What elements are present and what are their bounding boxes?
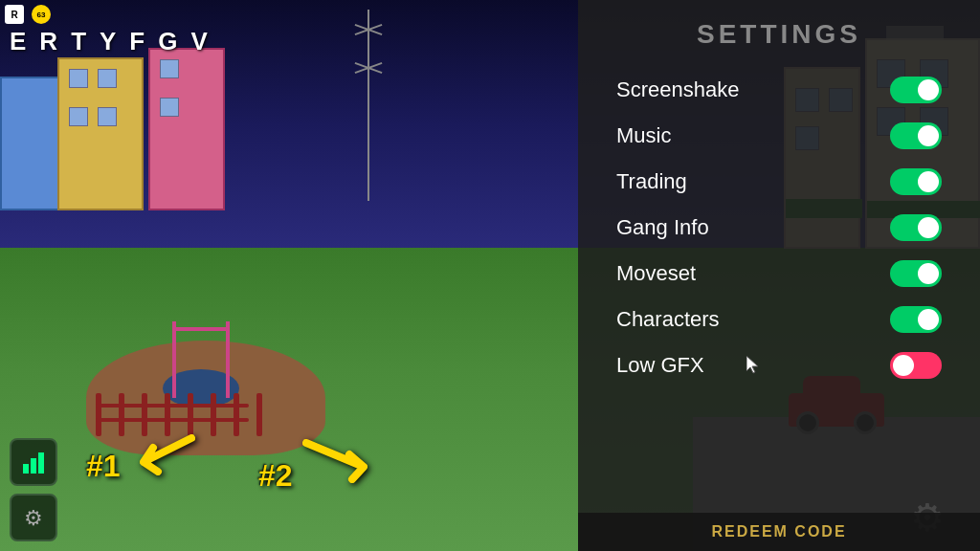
svg-rect-1: [31, 458, 36, 474]
label-1-text: #1: [86, 449, 121, 483]
setting-screenshake-label: Screenshake: [616, 77, 739, 102]
arrow-2-icon: [297, 433, 392, 486]
settings-title: SETTINGS: [697, 19, 861, 50]
setting-low-gfx: Low GFX: [607, 344, 951, 386]
toggle-knob: [918, 263, 939, 284]
key-g: G: [158, 27, 177, 56]
arrow-1-icon: [124, 429, 201, 476]
setting-music-toggle[interactable]: [890, 122, 942, 149]
arrow-label-1: #1: [86, 429, 201, 484]
buildings-left: [0, 38, 268, 249]
setting-trading: Trading: [607, 161, 951, 203]
key-t: T: [71, 27, 86, 56]
setting-moveset-label: Moveset: [616, 261, 696, 286]
settings-list: Screenshake Music Trading Gang Info Move: [578, 69, 980, 386]
roblox-icons: R 63: [5, 5, 51, 24]
setting-characters-toggle[interactable]: [890, 306, 942, 333]
setting-moveset: Moveset: [607, 253, 951, 295]
setting-trading-toggle[interactable]: [890, 168, 942, 195]
settings-panel: SETTINGS Screenshake Music Trading Gang …: [578, 0, 980, 551]
key-e: E: [10, 27, 26, 56]
key-y: Y: [100, 27, 116, 56]
power-tower: [354, 10, 383, 201]
park: [77, 264, 345, 455]
settings-icon: ⚙: [20, 504, 47, 531]
setting-characters: Characters: [607, 298, 951, 341]
setting-moveset-toggle[interactable]: [890, 260, 942, 287]
stats-button[interactable]: [10, 438, 57, 486]
bottom-left-ui: ⚙: [10, 438, 57, 541]
redeem-label: REDEEM CODE: [711, 523, 846, 540]
building-pink: [148, 48, 225, 210]
building-yellow: [57, 57, 144, 210]
label-2-text: #2: [258, 458, 293, 493]
toggle-knob: [918, 217, 939, 238]
setting-trading-label: Trading: [616, 169, 687, 194]
toggle-knob: [918, 79, 939, 100]
badge-icon: 63: [32, 5, 51, 24]
svg-text:⚙: ⚙: [24, 506, 43, 530]
setting-gang-info: Gang Info: [607, 207, 951, 249]
toggle-knob: [893, 355, 914, 376]
bar-chart-icon: [20, 449, 47, 475]
key-v: V: [190, 27, 207, 56]
setting-low-gfx-toggle[interactable]: [890, 352, 942, 379]
setting-screenshake: Screenshake: [607, 69, 951, 111]
redeem-bar[interactable]: REDEEM CODE: [578, 513, 980, 551]
setting-music-label: Music: [616, 123, 671, 148]
key-r: R: [39, 27, 57, 56]
toggle-knob: [918, 171, 939, 192]
setting-screenshake-toggle[interactable]: [890, 77, 942, 103]
toggle-knob: [918, 125, 939, 146]
svg-rect-2: [38, 452, 44, 474]
gear-button[interactable]: ⚙: [10, 494, 57, 541]
arrow-label-2: #2: [258, 433, 392, 494]
keyboard-shortcuts: E R T Y F G V: [10, 27, 208, 56]
setting-low-gfx-label: Low GFX: [616, 353, 704, 378]
setting-gang-info-toggle[interactable]: [890, 214, 942, 241]
key-f: F: [129, 27, 145, 56]
toggle-knob: [918, 309, 939, 330]
svg-rect-0: [23, 464, 29, 474]
setting-characters-label: Characters: [616, 307, 720, 332]
setting-gang-info-label: Gang Info: [616, 215, 709, 240]
setting-music: Music: [607, 115, 951, 157]
roblox-logo: R: [5, 5, 24, 24]
